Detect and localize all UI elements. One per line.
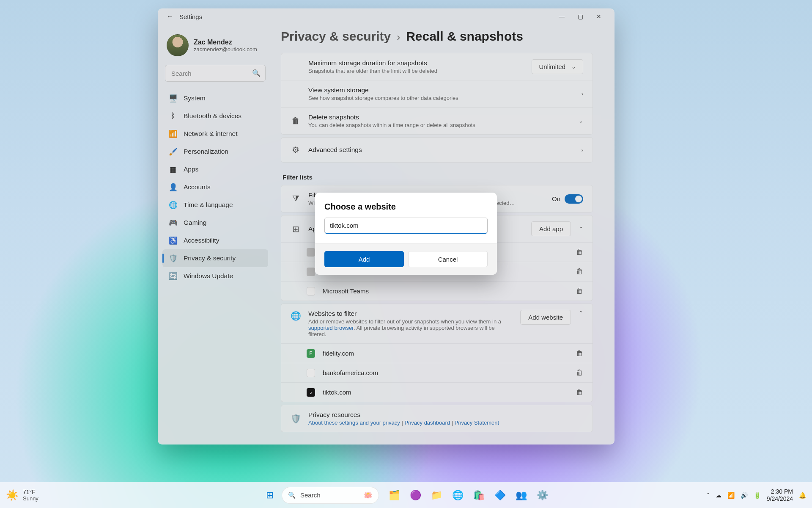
taskbar-center: ⊞ 🔍 Search 🪷 🗂️ 🟣 📁 🌐 🛍️ 🔷 👥 ⚙️ xyxy=(261,486,551,505)
dialog-cancel-button[interactable]: Cancel xyxy=(408,251,488,267)
teams-button[interactable]: 👥 xyxy=(512,486,530,505)
task-view-button[interactable]: 🗂️ xyxy=(385,486,403,505)
tray-onedrive-icon[interactable]: ☁ xyxy=(716,492,721,499)
explorer-button[interactable]: 📁 xyxy=(427,486,446,505)
start-button[interactable]: ⊞ xyxy=(261,486,279,505)
taskbar-weather[interactable]: ☀️ 71°F Sunny xyxy=(6,489,38,502)
choose-website-dialog: Choose a website Add Cancel xyxy=(315,193,497,275)
search-highlight-icon: 🪷 xyxy=(363,491,373,500)
desktop: ← Settings — ▢ ✕ Zac Mendez zacmendez@ou… xyxy=(0,0,812,508)
search-icon: 🔍 xyxy=(288,491,296,499)
tray-chevron-icon[interactable]: ˄ xyxy=(707,492,710,499)
app-button[interactable]: 🔷 xyxy=(491,486,509,505)
weather-icon: ☀️ xyxy=(6,489,19,501)
weather-temp: 71°F xyxy=(23,489,38,495)
settings-taskbar-button[interactable]: ⚙️ xyxy=(533,486,551,505)
tray-wifi-icon[interactable]: 📶 xyxy=(727,492,735,499)
copilot-button[interactable]: 🟣 xyxy=(406,486,425,505)
website-url-input[interactable] xyxy=(324,218,488,234)
tray-battery-icon[interactable]: 🔋 xyxy=(754,492,761,499)
taskbar: ☀️ 71°F Sunny ⊞ 🔍 Search 🪷 🗂️ 🟣 📁 🌐 🛍️ 🔷… xyxy=(0,482,812,508)
taskbar-search[interactable]: 🔍 Search 🪷 xyxy=(282,487,379,504)
taskbar-clock[interactable]: 2:30 PM 9/24/2024 xyxy=(767,488,793,502)
dialog-add-button[interactable]: Add xyxy=(324,251,404,267)
edge-button[interactable]: 🌐 xyxy=(448,486,467,505)
dialog-title: Choose a website xyxy=(315,193,497,218)
system-tray[interactable]: ˄ ☁ 📶 🔊 🔋 2:30 PM 9/24/2024 🔔 xyxy=(707,488,806,502)
tray-volume-icon[interactable]: 🔊 xyxy=(741,492,748,499)
taskbar-search-label: Search xyxy=(300,491,321,499)
notifications-icon[interactable]: 🔔 xyxy=(799,492,806,499)
weather-cond: Sunny xyxy=(23,495,38,502)
clock-date: 9/24/2024 xyxy=(767,495,793,502)
clock-time: 2:30 PM xyxy=(767,488,793,495)
store-button[interactable]: 🛍️ xyxy=(469,486,488,505)
